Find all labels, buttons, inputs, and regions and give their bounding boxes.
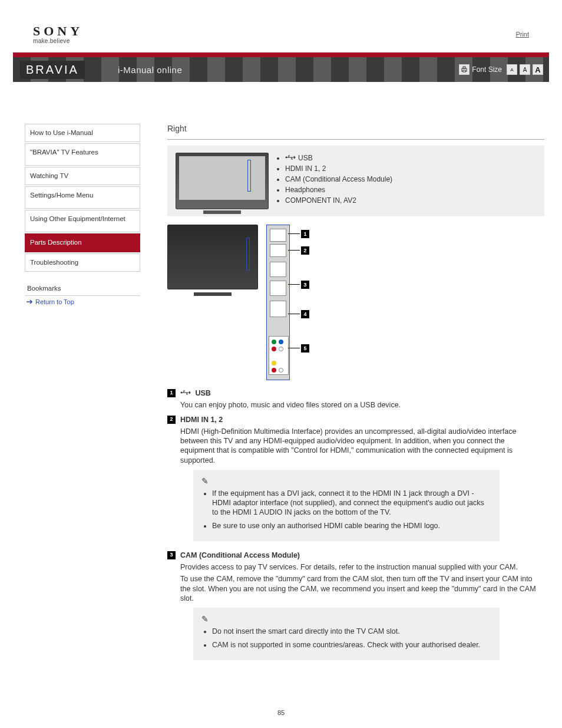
svg-rect-2: [463, 70, 465, 72]
nav-watching-tv[interactable]: Watching TV: [25, 167, 140, 185]
print-link[interactable]: Print: [515, 31, 529, 38]
note-icon: ✎: [201, 476, 491, 486]
note-item: Do not insert the smart card directly in…: [212, 627, 491, 636]
def-label-cam: CAM (Conditional Access Module): [180, 551, 300, 559]
def-number-2: 2: [167, 416, 176, 424]
bravia-logo: BRAVIA: [20, 61, 85, 79]
font-size-medium[interactable]: A: [520, 64, 530, 75]
side-port-strip: 1 2 3 4 5: [266, 225, 290, 380]
heading-divider: [167, 139, 544, 140]
port-marker-4: 4: [301, 310, 309, 318]
return-to-top-link[interactable]: Return to Top: [25, 296, 140, 308]
nav-other-equipment[interactable]: Using Other Equipment/Internet: [25, 210, 140, 232]
def-text-cam-1: Provides access to pay TV services. For …: [180, 562, 540, 572]
port-overview-list: USB HDMI IN 1, 2 CAM (Conditional Access…: [285, 153, 392, 206]
page-title: Right: [167, 124, 544, 133]
tv-front-illustration: [176, 153, 269, 209]
note-box-hdmi: ✎ If the equipment has a DVI jack, conne…: [193, 470, 500, 541]
definition-usb: 1 USB You can enjoy photo, music and vid…: [167, 388, 544, 410]
note-box-cam: ✎ Do not insert the smart card directly …: [193, 608, 500, 660]
note-item: CAM is not supported in some countries/a…: [212, 640, 491, 650]
usb-icon: [180, 388, 191, 398]
title-bar: BRAVIA i-Manual online Font Size A A A: [13, 52, 549, 82]
print-icon[interactable]: [459, 64, 470, 75]
note-item: If the equipment has a DVI jack, connect…: [212, 489, 491, 518]
port-list-item: Headphones: [285, 185, 392, 195]
guide-title: i-Manual online: [118, 65, 182, 75]
def-number-1: 1: [167, 389, 176, 397]
port-list-item: COMPONENT IN, AV2: [285, 195, 392, 206]
port-list-item: CAM (Conditional Access Module): [285, 174, 392, 185]
nav-settings-home[interactable]: Settings/Home Menu: [25, 186, 140, 209]
nav-troubleshooting[interactable]: Troubleshooting: [25, 253, 140, 272]
port-marker-2: 2: [301, 246, 309, 255]
def-number-3: 3: [167, 551, 176, 559]
return-to-top-label: Return to Top: [35, 298, 74, 305]
note-item: Be sure to use only an authorised HDMI c…: [212, 521, 491, 531]
def-label-usb: USB: [195, 389, 210, 397]
note-icon: ✎: [201, 614, 491, 624]
usb-icon: [285, 153, 296, 163]
page-number: 85: [277, 709, 285, 716]
def-label-hdmi: HDMI IN 1, 2: [180, 416, 223, 424]
nav-parts-description[interactable]: Parts Description: [25, 233, 140, 252]
definition-hdmi: 2 HDMI IN 1, 2 HDMI (High-Definition Mul…: [167, 415, 544, 546]
port-marker-3: 3: [301, 281, 309, 289]
rear-panel-block: 1 2 3 4 5: [167, 225, 544, 380]
svg-rect-1: [463, 67, 465, 68]
sony-logo: SONY: [33, 24, 83, 39]
font-size-large[interactable]: A: [533, 64, 543, 75]
nav-bravia-features[interactable]: "BRAVIA" TV Features: [25, 143, 140, 166]
bookmarks-heading: Bookmarks: [25, 281, 140, 296]
def-text-cam-2: To use the CAM, remove the "dummy" card …: [180, 574, 540, 603]
def-text-hdmi: HDMI (High-Definition Multimedia Interfa…: [180, 427, 540, 465]
nav-how-to-use[interactable]: How to Use i-Manual: [25, 124, 140, 142]
font-size-small[interactable]: A: [507, 64, 517, 75]
front-panel-block: USB HDMI IN 1, 2 CAM (Conditional Access…: [167, 146, 544, 216]
sidebar-nav: How to Use i-Manual "BRAVIA" TV Features…: [25, 124, 140, 308]
port-marker-1: 1: [301, 230, 309, 238]
definition-cam: 3 CAM (Conditional Access Module) Provid…: [167, 551, 544, 665]
port-list-item: HDMI IN 1, 2: [285, 163, 392, 174]
sony-brand-block: SONY make.believe: [33, 24, 83, 44]
port-marker-5: 5: [301, 344, 309, 353]
arrow-right-icon: [26, 298, 35, 305]
font-size-label: Font Size: [472, 65, 502, 74]
tv-rear-illustration: [167, 225, 258, 291]
def-text-usb: You can enjoy photo, music and video fil…: [180, 400, 540, 410]
port-list-item: USB: [285, 153, 392, 163]
